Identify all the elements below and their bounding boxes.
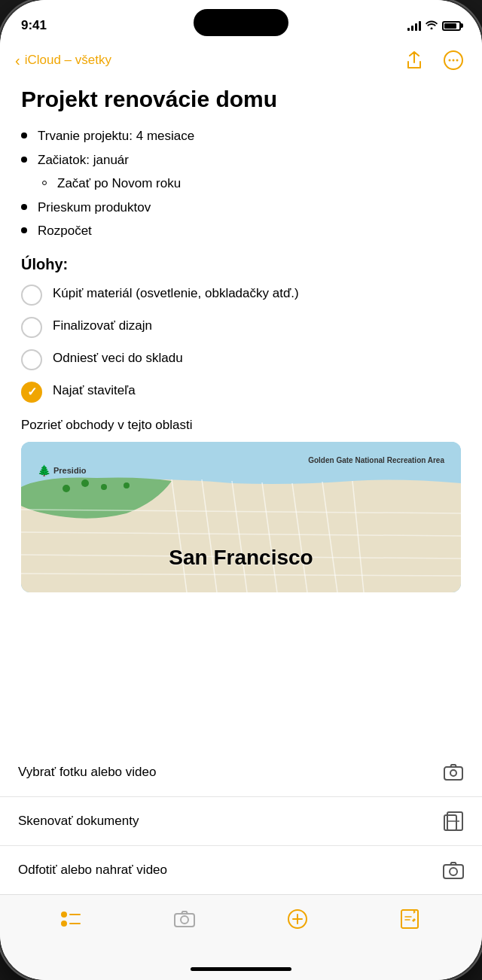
bullet-text: Začať po Novom roku: [57, 174, 181, 193]
action-photo-video-label: Vybrať fotku alebo video: [18, 765, 156, 780]
svg-point-2: [453, 59, 455, 62]
camera-toolbar-button[interactable]: [166, 901, 203, 937]
task-checkbox-1[interactable]: [21, 285, 42, 306]
task-checkbox-4[interactable]: [21, 382, 42, 403]
action-scan-label: Skenovať dokumenty: [18, 814, 139, 829]
bullet-dot: [21, 132, 27, 138]
bullet-text: Začiatok: január: [38, 151, 129, 170]
svg-point-26: [450, 868, 457, 875]
action-scan-documents[interactable]: Skenovať dokumenty: [0, 796, 482, 845]
nav-back-button[interactable]: ‹ iCloud – všetky: [15, 52, 111, 69]
checklist-button[interactable]: [53, 901, 90, 937]
nav-actions: [401, 47, 467, 74]
svg-point-18: [101, 484, 107, 490]
wifi-icon: [426, 20, 438, 32]
task-list: Kúpiť materiál (osvetlenie, obkladačky a…: [21, 284, 461, 403]
bullet-item-1: Trvanie projektu: 4 mesiace: [21, 126, 461, 146]
chevron-left-icon: ‹: [15, 52, 20, 69]
note-content: Projekt renovácie domu Trvanie projektu:…: [0, 80, 482, 748]
svg-point-29: [61, 921, 67, 927]
svg-point-32: [181, 916, 188, 924]
bullet-list: Trvanie projektu: 4 mesiace Začiatok: ja…: [21, 126, 461, 241]
map-area-label: Golden Gate National Recreation Area: [308, 455, 444, 465]
map-label-text: Pozrieť obchody v tejto oblasti: [21, 418, 461, 433]
task-item-3: Odniesť veci do skladu: [21, 348, 461, 370]
dynamic-island: [194, 9, 288, 36]
nav-bar: ‹ iCloud – všetky: [0, 41, 482, 80]
svg-rect-25: [444, 865, 463, 878]
task-checkbox-2[interactable]: [21, 317, 42, 338]
task-item-1: Kúpiť materiál (osvetlenie, obkladačky a…: [21, 284, 461, 306]
bullet-text: Trvanie projektu: 4 mesiace: [38, 126, 194, 146]
share-button[interactable]: [401, 47, 428, 74]
bullet-dot: [21, 227, 27, 233]
svg-rect-34: [401, 910, 418, 928]
svg-point-1: [449, 59, 451, 62]
camera-icon: [443, 860, 464, 881]
bullet-text: Prieskum produktov: [38, 198, 151, 218]
tasks-section-title: Úlohy:: [21, 256, 461, 273]
action-camera-label: Odfotiť alebo nahrať video: [18, 863, 167, 878]
task-checkbox-3[interactable]: [21, 349, 42, 370]
bullet-text: Rozpočet: [38, 221, 92, 241]
svg-point-27: [61, 912, 67, 918]
signal-icon: [407, 21, 421, 31]
bullet-dot: [21, 157, 27, 163]
task-item-2: Finalizovať dizajn: [21, 316, 461, 338]
svg-point-19: [124, 482, 130, 488]
markup-button[interactable]: [279, 901, 316, 937]
bullet-item-3: Prieskum produktov: [21, 198, 461, 218]
svg-rect-20: [444, 767, 462, 780]
bullet-item-indent-1: Začať po Novom roku: [21, 174, 461, 193]
svg-point-16: [63, 485, 70, 492]
svg-point-21: [450, 770, 456, 776]
home-bar: [191, 967, 291, 971]
toolbar: [0, 894, 482, 957]
map-city-name: San Francisco: [169, 546, 313, 570]
battery-icon: [442, 21, 461, 31]
task-text-4: Najať staviteľa: [53, 381, 461, 400]
bullet-dot-small: [42, 181, 47, 185]
scan-icon: [443, 811, 464, 832]
bullet-item-2: Začiatok: január: [21, 151, 461, 170]
task-item-4: Najať staviteľa: [21, 381, 461, 403]
svg-rect-22: [444, 815, 456, 830]
action-take-photo[interactable]: Odfotiť alebo nahrať video: [0, 845, 482, 894]
phone-screen: 9:41: [0, 0, 482, 980]
task-text-2: Finalizovať dizajn: [53, 316, 461, 336]
phone-frame: 9:41: [0, 0, 482, 980]
task-text-3: Odniesť veci do skladu: [53, 348, 461, 368]
status-time: 9:41: [21, 18, 47, 33]
map-container[interactable]: Golden Gate National Recreation Area 🌲 P…: [21, 442, 461, 592]
action-photo-video[interactable]: Vybrať fotku alebo video: [0, 748, 482, 796]
more-button[interactable]: [440, 47, 467, 74]
action-sheet: Vybrať fotku alebo video Skenovať dokume…: [0, 748, 482, 894]
svg-point-17: [81, 479, 89, 487]
photo-icon: [443, 762, 464, 783]
nav-back-label: iCloud – všetky: [25, 53, 111, 68]
home-indicator: [0, 957, 482, 980]
bullet-dot: [21, 204, 27, 210]
task-text-1: Kúpiť materiál (osvetlenie, obkladačky a…: [53, 284, 461, 303]
svg-point-3: [456, 59, 459, 62]
compose-button[interactable]: [392, 901, 429, 937]
map-presidio-label: 🌲 Presidio: [38, 464, 86, 476]
status-icons: [407, 20, 461, 32]
note-title: Projekt renovácie domu: [21, 86, 461, 113]
bullet-item-4: Rozpočet: [21, 221, 461, 241]
